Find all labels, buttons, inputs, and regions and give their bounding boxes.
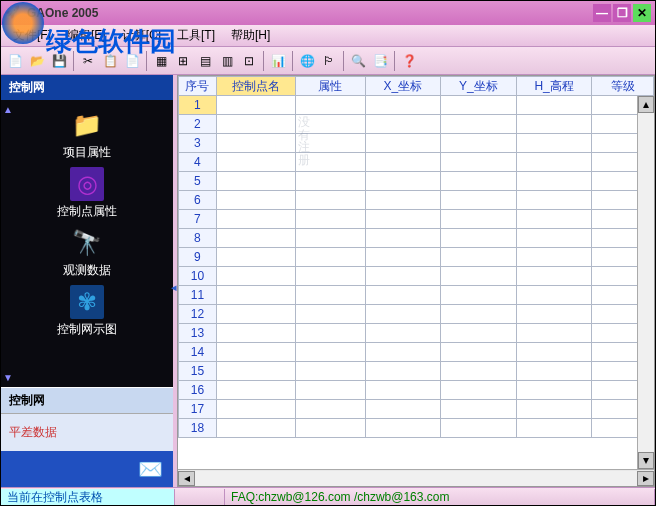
open-icon[interactable]: 📂: [27, 51, 47, 71]
cell[interactable]: [295, 172, 365, 191]
cell[interactable]: [441, 343, 517, 362]
row-header[interactable]: 18: [179, 419, 217, 438]
cell[interactable]: [295, 153, 365, 172]
cell[interactable]: [516, 248, 592, 267]
cell[interactable]: [516, 96, 592, 115]
cell[interactable]: [516, 419, 592, 438]
col-header-name[interactable]: 控制点名: [216, 77, 295, 96]
cell[interactable]: [516, 305, 592, 324]
cell[interactable]: [295, 229, 365, 248]
cell[interactable]: [441, 286, 517, 305]
cell[interactable]: [441, 362, 517, 381]
table-row[interactable]: 3: [179, 134, 654, 153]
cell[interactable]: [365, 172, 441, 191]
col-header-y[interactable]: Y_坐标: [441, 77, 517, 96]
matrix-icon[interactable]: ⊡: [239, 51, 259, 71]
col-header-index[interactable]: 序号: [179, 77, 217, 96]
cell[interactable]: [216, 115, 295, 134]
cell[interactable]: [295, 305, 365, 324]
cell[interactable]: [295, 267, 365, 286]
minimize-button[interactable]: —: [593, 4, 611, 22]
cell[interactable]: [216, 153, 295, 172]
row-header[interactable]: 17: [179, 400, 217, 419]
flag-icon[interactable]: 🏳: [319, 51, 339, 71]
cell[interactable]: [441, 134, 517, 153]
row-header[interactable]: 11: [179, 286, 217, 305]
menu-help[interactable]: 帮助[H]: [223, 25, 278, 46]
cell[interactable]: [441, 324, 517, 343]
table-row[interactable]: 17: [179, 400, 654, 419]
table-row[interactable]: 16: [179, 381, 654, 400]
scroll-up-button[interactable]: ▴: [638, 96, 654, 113]
row-header[interactable]: 4: [179, 153, 217, 172]
cell[interactable]: [216, 210, 295, 229]
cell[interactable]: [365, 400, 441, 419]
grid-icon[interactable]: ⊞: [173, 51, 193, 71]
table-row[interactable]: 2: [179, 115, 654, 134]
cell[interactable]: [295, 381, 365, 400]
cell[interactable]: [216, 172, 295, 191]
cell[interactable]: [295, 248, 365, 267]
cell[interactable]: [516, 191, 592, 210]
cell[interactable]: [441, 229, 517, 248]
cell[interactable]: [216, 286, 295, 305]
table-row[interactable]: 15: [179, 362, 654, 381]
filter-icon[interactable]: 📑: [370, 51, 390, 71]
cell[interactable]: [441, 248, 517, 267]
cell[interactable]: [441, 115, 517, 134]
cell[interactable]: [216, 400, 295, 419]
menu-tools[interactable]: 工具[T]: [169, 25, 223, 46]
col-header-h[interactable]: H_高程: [516, 77, 592, 96]
table-row[interactable]: 11: [179, 286, 654, 305]
cell[interactable]: [216, 324, 295, 343]
scroll-up-icon[interactable]: ▲: [3, 104, 13, 115]
row-header[interactable]: 10: [179, 267, 217, 286]
table-row[interactable]: 9: [179, 248, 654, 267]
table-row[interactable]: 5: [179, 172, 654, 191]
table-row[interactable]: 4: [179, 153, 654, 172]
nav-control-point-props[interactable]: ◎ 控制点属性: [57, 167, 117, 220]
cell[interactable]: [441, 305, 517, 324]
cell[interactable]: [516, 381, 592, 400]
cell[interactable]: [365, 153, 441, 172]
cell[interactable]: [365, 210, 441, 229]
cell[interactable]: [365, 134, 441, 153]
envelope-icon[interactable]: ✉️: [138, 457, 163, 481]
row-header[interactable]: 12: [179, 305, 217, 324]
col-header-x[interactable]: X_坐标: [365, 77, 441, 96]
table-row[interactable]: 7: [179, 210, 654, 229]
cell[interactable]: [216, 381, 295, 400]
cell[interactable]: [295, 210, 365, 229]
chart-icon[interactable]: 📊: [268, 51, 288, 71]
cell[interactable]: [441, 191, 517, 210]
row-header[interactable]: 15: [179, 362, 217, 381]
cell[interactable]: [365, 381, 441, 400]
col-header-level[interactable]: 等级: [592, 77, 654, 96]
sidebar-adjustment-data[interactable]: 平差数据: [1, 414, 173, 451]
cell[interactable]: [216, 419, 295, 438]
cell[interactable]: [295, 191, 365, 210]
table-row[interactable]: 13: [179, 324, 654, 343]
cell[interactable]: [365, 248, 441, 267]
cell[interactable]: [295, 134, 365, 153]
row-header[interactable]: 7: [179, 210, 217, 229]
cell[interactable]: [365, 362, 441, 381]
cell[interactable]: [516, 343, 592, 362]
cell[interactable]: [295, 362, 365, 381]
cell[interactable]: [295, 419, 365, 438]
cell[interactable]: [216, 134, 295, 153]
cell[interactable]: [295, 400, 365, 419]
cell[interactable]: [216, 191, 295, 210]
cell[interactable]: [516, 267, 592, 286]
table-row[interactable]: 10: [179, 267, 654, 286]
maximize-button[interactable]: ❐: [613, 4, 631, 22]
cell[interactable]: [216, 267, 295, 286]
cell[interactable]: [295, 115, 365, 134]
cell[interactable]: [516, 134, 592, 153]
table-row[interactable]: 6: [179, 191, 654, 210]
cell[interactable]: [365, 191, 441, 210]
scroll-left-button[interactable]: ◂: [178, 471, 195, 486]
cell[interactable]: [441, 381, 517, 400]
row-header[interactable]: 14: [179, 343, 217, 362]
table-row[interactable]: 8: [179, 229, 654, 248]
